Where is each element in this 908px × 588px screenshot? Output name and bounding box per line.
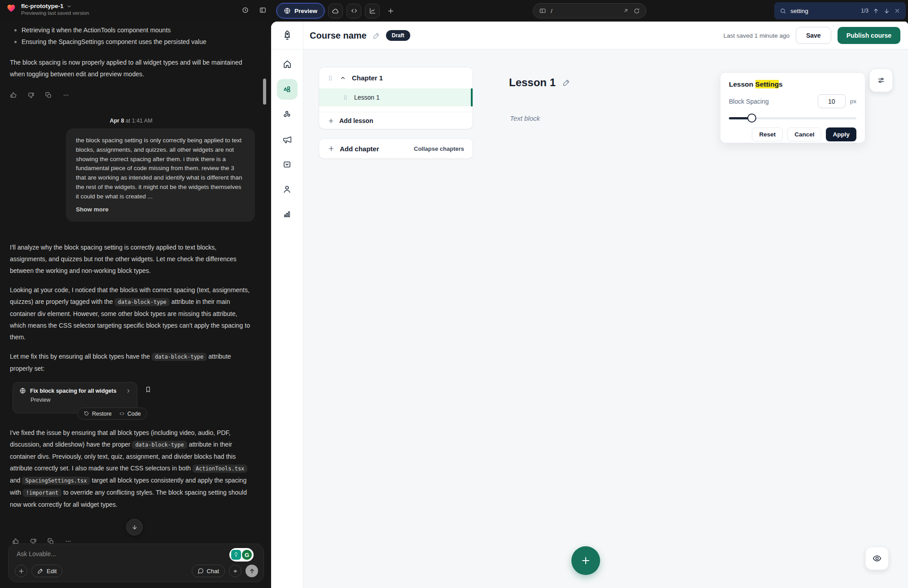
block-spacing-slider[interactable] bbox=[729, 114, 856, 123]
analytics-button[interactable] bbox=[365, 4, 380, 18]
add-lesson-button[interactable]: Add lesson bbox=[319, 112, 473, 129]
course-title: Course name bbox=[310, 31, 367, 41]
globe-icon bbox=[284, 7, 291, 14]
sidebar-item-home-icon[interactable] bbox=[282, 59, 292, 69]
history-icon[interactable] bbox=[241, 6, 249, 14]
restore-button[interactable]: Restore bbox=[83, 411, 112, 417]
add-chapter-button[interactable]: Add chapter bbox=[328, 145, 379, 153]
add-lesson-label: Add lesson bbox=[339, 117, 373, 124]
sidebar-panel-icon[interactable] bbox=[259, 6, 267, 14]
cloud-icon bbox=[332, 7, 339, 15]
lesson-list-item[interactable]: Lesson 1 bbox=[319, 88, 473, 106]
chat-mode-button[interactable]: Chat bbox=[192, 565, 225, 577]
user-message-bubble: the block spacing setting is only correc… bbox=[66, 128, 255, 222]
lesson-settings-popover: Lesson Settings Block Spacing px Reset C… bbox=[720, 72, 865, 143]
scroll-to-bottom-button[interactable] bbox=[126, 519, 143, 535]
block-spacing-slider-thumb[interactable] bbox=[747, 114, 756, 123]
add-block-fab[interactable] bbox=[571, 546, 600, 575]
preview-toggle-button[interactable] bbox=[865, 547, 889, 570]
code-button[interactable]: Code bbox=[119, 411, 141, 417]
publish-course-button[interactable]: Publish course bbox=[838, 27, 900, 44]
bookmark-icon[interactable] bbox=[145, 386, 152, 393]
project-menu[interactable]: flc-prototype-1 bbox=[21, 3, 89, 9]
refresh-icon[interactable] bbox=[633, 8, 640, 14]
attach-button[interactable] bbox=[15, 565, 27, 577]
edit-lesson-title-icon[interactable] bbox=[562, 79, 570, 87]
edit-mode-button[interactable]: Edit bbox=[31, 565, 62, 577]
sidebar-item-inbox-icon[interactable] bbox=[282, 160, 292, 169]
plus-icon bbox=[328, 118, 334, 124]
send-button[interactable] bbox=[246, 565, 258, 577]
collapse-chapters-button[interactable]: Collapse chapters bbox=[414, 145, 464, 152]
settings-toggle-button[interactable] bbox=[869, 69, 893, 92]
device-columns-icon[interactable] bbox=[539, 7, 546, 14]
app-logo[interactable] bbox=[271, 22, 303, 49]
chapter-title[interactable]: Chapter 1 bbox=[352, 74, 383, 82]
thumbs-up-icon[interactable] bbox=[10, 92, 17, 99]
chat-input-card[interactable]: G Edit Chat bbox=[8, 544, 264, 582]
show-more-link[interactable]: Show more bbox=[76, 205, 245, 215]
chapter-footer-card: Add chapter Collapse chapters bbox=[319, 138, 473, 159]
preview-mode-button[interactable]: Preview bbox=[276, 3, 325, 18]
arrow-up-icon bbox=[249, 568, 255, 575]
open-external-icon[interactable] bbox=[623, 8, 629, 14]
save-button[interactable]: Save bbox=[796, 27, 831, 44]
course-header: Course name Draft Last saved 1 minute ag… bbox=[271, 22, 908, 49]
plus-icon bbox=[18, 568, 25, 575]
search-input[interactable] bbox=[790, 8, 844, 14]
add-tab-icon[interactable] bbox=[387, 7, 395, 15]
restore-icon bbox=[83, 411, 89, 417]
add-chapter-label: Add chapter bbox=[340, 145, 379, 153]
search-icon bbox=[780, 8, 786, 14]
search-close-icon[interactable] bbox=[894, 8, 900, 14]
sidebar-item-analytics-icon[interactable] bbox=[282, 209, 292, 219]
code-icon bbox=[119, 411, 125, 417]
grammarly-widget[interactable]: G bbox=[229, 548, 254, 562]
inline-code: ActionTools.tsx bbox=[193, 465, 247, 473]
text-block-placeholder[interactable]: Text block bbox=[510, 114, 540, 122]
response-paragraph: and bbox=[10, 477, 22, 484]
code-view-button[interactable] bbox=[347, 4, 361, 18]
edit-select-icon bbox=[37, 568, 44, 574]
chapter-card: Chapter 1 Lesson 1 Add lesson bbox=[319, 67, 473, 129]
search-next-icon[interactable] bbox=[883, 8, 890, 14]
arrow-down-icon bbox=[131, 524, 138, 531]
sidebar-item-community-icon[interactable] bbox=[282, 110, 292, 119]
copy-icon[interactable] bbox=[45, 92, 52, 99]
find-in-page-bar: 1/3 bbox=[774, 2, 906, 19]
code-label: Code bbox=[127, 411, 141, 417]
project-header: flc-prototype-1 Previewing last saved ve… bbox=[6, 3, 89, 16]
timestamp-time: at 1:41 AM bbox=[126, 118, 153, 124]
restore-label: Restore bbox=[92, 411, 112, 417]
deploy-cloud-button[interactable] bbox=[328, 4, 343, 18]
plus-icon bbox=[328, 145, 335, 152]
settings-title-post: s bbox=[779, 80, 783, 88]
url-bar[interactable]: / bbox=[533, 3, 646, 18]
app-preview: Course name Draft Last saved 1 minute ag… bbox=[271, 22, 908, 588]
block-spacing-input[interactable] bbox=[818, 94, 846, 108]
assistant-paragraph: The block spacing is now properly applie… bbox=[10, 57, 252, 80]
chat-input[interactable] bbox=[17, 550, 169, 557]
thumbs-down-icon[interactable] bbox=[27, 92, 35, 99]
reset-button[interactable]: Reset bbox=[752, 127, 783, 141]
drag-handle-icon[interactable] bbox=[342, 94, 349, 101]
eye-icon bbox=[872, 553, 882, 563]
cancel-button[interactable]: Cancel bbox=[787, 127, 821, 141]
sidebar-item-content[interactable] bbox=[277, 79, 298, 100]
chat-scrollbar-thumb[interactable] bbox=[263, 79, 266, 105]
collapse-chapter-icon[interactable] bbox=[339, 75, 347, 82]
grammarly-logo-icon: G bbox=[242, 550, 252, 560]
lesson-title: Lesson 1 bbox=[509, 76, 556, 89]
search-prev-icon[interactable] bbox=[873, 8, 879, 14]
lesson-item-title: Lesson 1 bbox=[354, 94, 380, 101]
apply-button[interactable]: Apply bbox=[826, 127, 856, 141]
more-options-icon[interactable] bbox=[62, 92, 70, 99]
edit-course-title-icon[interactable] bbox=[373, 32, 380, 39]
assistant-bullet-list: Retrieving it when the ActionTools compo… bbox=[10, 24, 252, 48]
sidebar-item-announcements-icon[interactable] bbox=[282, 135, 292, 145]
sidebar-item-profile-icon[interactable] bbox=[282, 184, 292, 194]
chat-label: Chat bbox=[207, 568, 219, 575]
voice-input-button[interactable] bbox=[229, 565, 241, 577]
plus-icon bbox=[580, 555, 591, 566]
drag-handle-icon[interactable] bbox=[327, 75, 334, 82]
